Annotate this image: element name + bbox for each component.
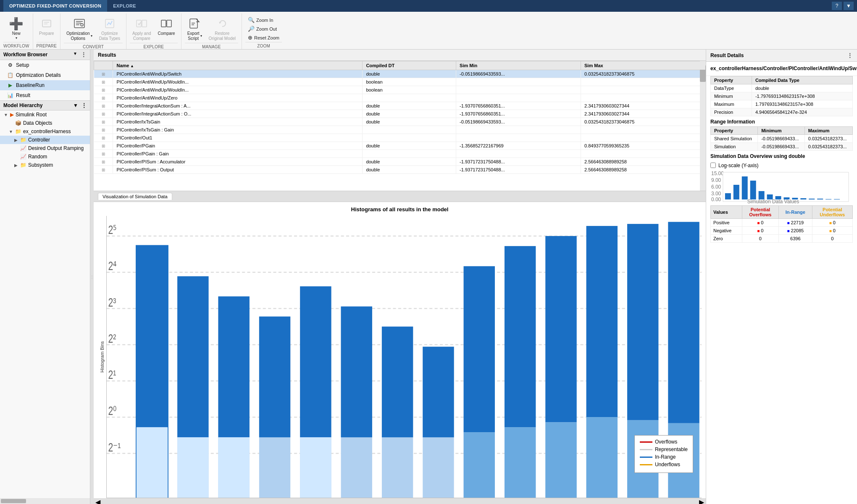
workflow-browser-header[interactable]: Workflow Browser ▼ ⋮ [0, 50, 90, 60]
svg-text:0.00: 0.00 [711, 197, 721, 202]
model-item-subsystem[interactable]: ▶ 📁 Subsystem [0, 161, 90, 169]
controller-expand[interactable]: ▶ [13, 138, 18, 142]
tab-fixed-point[interactable]: OPTIMIZED FIXED-POINT CONVERSION [3, 0, 107, 12]
row-name: PIController/PGain [113, 142, 363, 150]
table-row[interactable]: ⊞ PIController/IxTsGain double -0.051986… [94, 118, 706, 126]
range-property: Simulation [711, 142, 758, 150]
table-row[interactable]: ⊞ PIController/IntegralActionSum : O... … [94, 110, 706, 118]
optimize-data-types-button[interactable]: OptimizeData Types [97, 15, 123, 43]
row-compiled-dt [363, 126, 456, 134]
ribbon-workflow-buttons: ➕ New ▾ [7, 13, 26, 42]
range-table: Property Minimum Maximum Shared Simulati… [710, 126, 853, 151]
logscale-checkbox[interactable] [710, 163, 716, 168]
new-button[interactable]: ➕ New ▾ [7, 15, 26, 42]
workflow-item-setup[interactable]: ⚙ Setup [0, 60, 90, 70]
table-row[interactable]: ⊞ PIController/AntiWindUp/WouldIn... boo… [94, 86, 706, 94]
row-sim-min [456, 86, 581, 94]
model-hierarchy-title: Model Hierarchy [3, 102, 42, 108]
sim-chart: 15.00 9.00 6.00 3.00 0.00 [706, 170, 857, 204]
simulink-root-label: Simulink Root [16, 112, 47, 118]
svg-rect-75 [725, 193, 731, 200]
result-details-title: Result Details [710, 52, 744, 58]
sv-inrange-val: ■ 22085 [779, 226, 812, 234]
svg-rect-55 [505, 246, 536, 427]
scroll-left[interactable]: ◀ [94, 498, 102, 504]
restore-original-button[interactable]: RestoreOriginal Model [206, 15, 238, 43]
col-sim-min-header[interactable]: Sim Min [456, 61, 581, 70]
table-row[interactable]: ⊞ PIController/AntiWindUp/Switch double … [94, 70, 706, 78]
table-row[interactable]: ⊞ PIController/PGain double -1.356852722… [94, 142, 706, 150]
simulink-root-expand[interactable]: ▼ [3, 113, 8, 117]
resize-handle-left[interactable]: ⋮ [90, 50, 94, 504]
table-row[interactable]: ⊞ PIController/PISum : Accumulator doubl… [94, 158, 706, 166]
col-name-header[interactable]: Name [113, 61, 363, 70]
data-objects-expand [8, 121, 13, 126]
sv-header-overflows: PotentialOverflows [742, 205, 779, 218]
right-panel-scroll[interactable]: ex_controllerHarness/Controller/PIContro… [706, 62, 857, 504]
property-table: Property Compiled Data Type DataType dou… [710, 76, 853, 116]
property-row: Precision 4.94065645841247e-324 [711, 108, 853, 116]
row-expand-icon: ⊞ [94, 110, 113, 118]
convert-section-label: CONVERT [64, 43, 123, 50]
reset-zoom-button[interactable]: ⊕ Reset Zoom [245, 34, 282, 42]
table-row[interactable]: ⊞ PIController/Out1 [94, 134, 706, 142]
subsystem-expand[interactable]: ▶ [13, 163, 18, 168]
table-row[interactable]: ⊞ PIController/AntiWindUp/Zero [94, 94, 706, 102]
model-item-ex-harness[interactable]: ▼ 📁 ex_controllerHarness [0, 127, 90, 136]
drop-button[interactable]: ▼ [844, 2, 854, 10]
workflow-item-optimization-details[interactable]: 📋 Optimization Details [0, 70, 90, 80]
prepare-button[interactable]: Prepare [37, 15, 57, 38]
histogram-svg[interactable]: 2⁵ 2⁴ 2³ 2² 2¹ 2⁰ 2⁻¹ [106, 216, 702, 498]
svg-text:6.00: 6.00 [711, 184, 721, 190]
model-item-random[interactable]: 📈 Random [0, 152, 90, 161]
col-compiled-dt-header[interactable]: Compiled DT [363, 61, 456, 70]
optimization-options-label: OptimizationOptions [66, 31, 90, 41]
table-row[interactable]: ⊞ PIController/PISum : Output double -1.… [94, 166, 706, 174]
property-row: Maximum 1.7976931348623157e+308 [711, 100, 853, 108]
apply-and-compare-button[interactable]: Apply andCompare [130, 15, 153, 43]
svg-rect-9 [137, 20, 141, 27]
svg-text:2²: 2² [108, 332, 116, 345]
opt-details-label: Optimization Details [16, 72, 61, 78]
workflow-item-baseline-run[interactable]: ▶ BaselineRun [0, 80, 90, 90]
chart-legend: Overflows Representable In-Range Un [634, 435, 693, 473]
table-row[interactable]: ⊞ PIController/PGain : Gain [94, 150, 706, 158]
ex-harness-expand[interactable]: ▼ [8, 129, 13, 134]
workflow-browser-menu[interactable]: ⋮ [81, 51, 87, 58]
results-table-scrollbar[interactable] [700, 61, 706, 191]
ribbon-explore-buttons: Apply andCompare Compare [130, 13, 178, 43]
help-button[interactable]: ? [832, 2, 842, 10]
row-name: PIController/IxTsGain : Gain [113, 126, 363, 134]
zoom-out-button[interactable]: 🔎 Zoom Out [245, 25, 279, 33]
workflow-browser-title: Workflow Browser [3, 52, 47, 58]
col-sim-max-header[interactable]: Sim Max [581, 61, 706, 70]
setup-label: Setup [16, 62, 29, 68]
results-table-header: Name Compiled DT Sim Min Sim Max [94, 61, 706, 70]
svg-rect-86 [817, 199, 823, 200]
optimization-options-button[interactable]: OptimizationOptions ▾ [64, 15, 95, 43]
sv-underflows-val: ■ 0 [812, 226, 852, 234]
bottom-scroll-track[interactable] [102, 498, 697, 504]
vis-tab-simulation[interactable]: Visualization of Simulation Data [98, 193, 172, 200]
model-hierarchy-header[interactable]: Model Hierarchy ▼ ⋮ [0, 101, 90, 110]
workflow-item-result[interactable]: 📊 Result [0, 90, 90, 100]
export-script-button[interactable]: ExportScript ▾ [185, 15, 205, 43]
table-row[interactable]: ⊞ PIController/AntiWindUp/WouldIn... boo… [94, 78, 706, 86]
compare-button[interactable]: Compare [155, 15, 178, 38]
legend-underflows: Underflows [640, 462, 688, 467]
model-item-simulink-root[interactable]: ▼ ▶ Simulink Root [0, 110, 90, 119]
sim-overview-title: Simulation Data Overview using double [706, 151, 857, 161]
model-hierarchy-menu[interactable]: ⋮ [81, 102, 87, 108]
scroll-right[interactable]: ▶ [697, 498, 706, 504]
model-item-controller[interactable]: ▶ 📁 Controller [0, 136, 90, 144]
table-row[interactable]: ⊞ PIController/IxTsGain : Gain [94, 126, 706, 134]
model-item-data-objects[interactable]: 📦 Data Objects [0, 119, 90, 127]
row-sim-max: 0.03254318237304687​5 [581, 70, 706, 78]
left-panel-hscrollbar[interactable] [0, 498, 90, 504]
svg-rect-53 [464, 432, 495, 498]
table-row[interactable]: ⊞ PIController/IntegralActionSum : A... … [94, 102, 706, 110]
result-details-menu[interactable]: ⋮ [847, 52, 853, 59]
tab-explore[interactable]: EXPLORE [107, 0, 142, 12]
zoom-in-button[interactable]: 🔍 Zoom In [245, 16, 279, 24]
model-item-desired-output[interactable]: 📈 Desired Output Ramping [0, 144, 90, 152]
